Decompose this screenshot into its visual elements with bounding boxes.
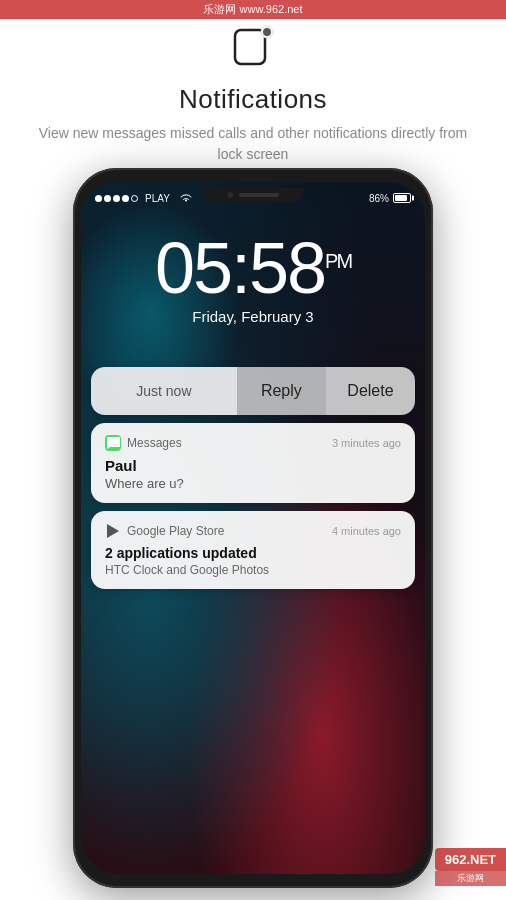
playstore-title: 2 applications updated: [105, 545, 401, 561]
playstore-app-info: Google Play Store: [105, 523, 224, 539]
reply-button[interactable]: Reply: [237, 367, 326, 415]
watermark-badge: 962.NET: [435, 848, 506, 871]
just-now-label: Just now: [136, 383, 191, 399]
clock-area: 05:58PM Friday, February 3: [81, 232, 425, 325]
camera-dot: [227, 192, 233, 198]
clock-date: Friday, February 3: [81, 308, 425, 325]
expanded-notification: Just now Reply Delete: [91, 367, 415, 415]
messages-app-name: Messages: [127, 436, 182, 450]
watermark-bottom-right: 962.NET 乐游网: [435, 848, 506, 886]
notifications-area: Just now Reply Delete Messages: [91, 367, 415, 597]
signal-dot-2: [104, 195, 111, 202]
signal-dot-5: [131, 195, 138, 202]
notification-icon-wrap: [30, 18, 476, 74]
playstore-app-icon: [105, 523, 121, 539]
messages-app-info: Messages: [105, 435, 182, 451]
battery-percent: 86%: [369, 193, 389, 204]
phone-frame: PLAY 86% 05:58PM: [73, 168, 433, 888]
svg-marker-3: [107, 524, 119, 538]
playstore-time: 4 minutes ago: [332, 525, 401, 537]
battery-fill: [395, 195, 407, 201]
page-title: Notifications: [30, 84, 476, 115]
playstore-app-name: Google Play Store: [127, 524, 224, 538]
notification-main-panel: Just now: [91, 367, 237, 415]
signal-dot-1: [95, 195, 102, 202]
messages-text: Where are u?: [105, 476, 401, 491]
watermark-top: 乐游网 www.962.net: [0, 0, 506, 19]
svg-point-2: [263, 28, 271, 36]
battery-icon: [393, 193, 411, 203]
playstore-body: HTC Clock and Google Photos: [105, 563, 401, 577]
top-section: Notifications View new messages missed c…: [0, 0, 506, 181]
phone-notch: [203, 188, 303, 202]
status-left: PLAY: [95, 193, 193, 204]
svg-rect-0: [235, 30, 265, 64]
speaker: [239, 193, 279, 197]
signal-dot-4: [122, 195, 129, 202]
signal-dots: [95, 195, 138, 202]
playstore-notification[interactable]: Google Play Store 4 minutes ago 2 applic…: [91, 511, 415, 589]
delete-button[interactable]: Delete: [326, 367, 415, 415]
carrier-text: PLAY: [145, 193, 170, 204]
playstore-notif-header: Google Play Store 4 minutes ago: [105, 523, 401, 539]
messages-notification[interactable]: Messages 3 minutes ago Paul Where are u?: [91, 423, 415, 503]
clock-time: 05:58PM: [81, 232, 425, 304]
phone-screen: PLAY 86% 05:58PM: [81, 182, 425, 874]
messages-notif-header: Messages 3 minutes ago: [105, 435, 401, 451]
status-right: 86%: [369, 193, 411, 204]
page-subtitle: View new messages missed calls and other…: [30, 123, 476, 165]
clock-ampm: PM: [325, 250, 351, 272]
messages-sender: Paul: [105, 457, 401, 474]
watermark-sub: 乐游网: [435, 871, 506, 886]
notification-bell-icon: [225, 18, 281, 74]
signal-dot-3: [113, 195, 120, 202]
messages-time: 3 minutes ago: [332, 437, 401, 449]
messages-app-icon: [105, 435, 121, 451]
wifi-icon: [179, 193, 193, 203]
clock-digits: 05:58: [155, 228, 325, 308]
